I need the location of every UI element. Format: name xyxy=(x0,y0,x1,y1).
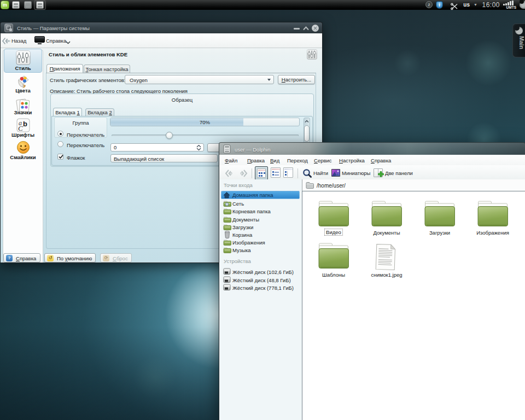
svg-text:Main: Main xyxy=(518,36,525,49)
svg-text:b: b xyxy=(23,120,27,128)
svg-text:C: C xyxy=(18,124,23,132)
